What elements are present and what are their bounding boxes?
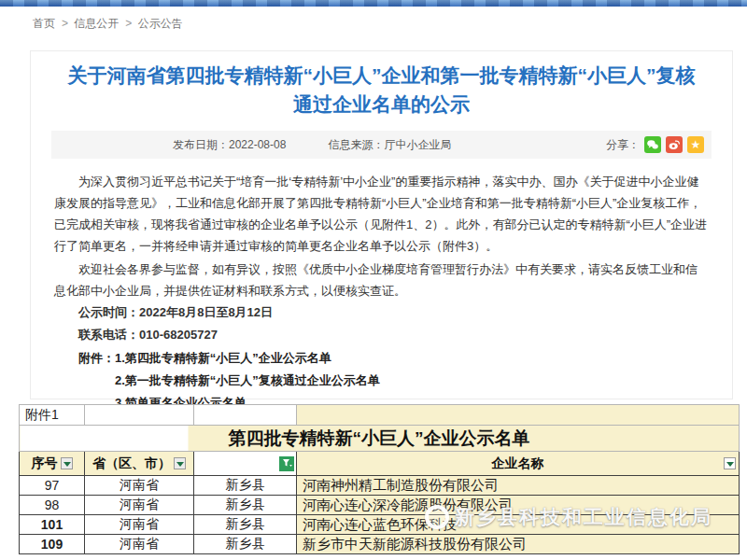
attachment-link-1[interactable]: 1.第四批专精特新“小巨人”企业公示名单	[115, 347, 380, 370]
active-filter-funnel-icon[interactable]	[279, 456, 294, 471]
cell-company: 河南心连心蓝色环保科技	[297, 515, 740, 535]
cell-company: 河南心连心深冷能源股份有限公司	[297, 496, 740, 515]
cell-city: 新乡县	[194, 515, 297, 535]
empty-cell	[85, 405, 194, 426]
cell-company: 河南神州精工制造股份有限公司	[297, 476, 740, 496]
share-label: 分享：	[606, 137, 640, 153]
breadcrumb-separator: >	[125, 17, 132, 30]
breadcrumb-current: 公示公告	[138, 17, 183, 30]
cell-city: 新乡县	[194, 535, 297, 554]
breadcrumb: 首页> 信息公开> 公示公告	[33, 16, 187, 32]
filter-dropdown-icon[interactable]	[61, 457, 73, 469]
filter-dropdown-icon[interactable]	[724, 457, 736, 469]
breadcrumb-separator: >	[62, 17, 68, 30]
header-province: 省（区、市）	[85, 452, 194, 476]
cell-province: 河南省	[85, 496, 194, 515]
attachment-row: 附件1	[20, 405, 740, 426]
cell-province: 河南省	[85, 515, 194, 535]
article-title: 关于河南省第四批专精特新“小巨人”企业和第一批专精特新“小巨人”复核通过企业名单…	[61, 61, 703, 119]
header-city	[194, 452, 297, 476]
table-row: 101 河南省 新乡县 河南心连心蓝色环保科技	[20, 515, 740, 535]
contact-phone-line: 联系电话：010-68205727	[54, 324, 709, 346]
table-row: 97 河南省 新乡县 河南神州精工制造股份有限公司	[20, 476, 740, 496]
wechat-share-icon[interactable]	[644, 136, 661, 153]
cell-province: 河南省	[85, 476, 194, 496]
filter-dropdown-icon[interactable]	[174, 457, 186, 469]
article-card: 关于河南省第四批专精特新“小巨人”企业和第一批专精特新“小巨人”复核通过企业名单…	[30, 50, 733, 399]
table-row: 98 河南省 新乡县 河南心连心深冷能源股份有限公司	[20, 496, 740, 515]
enterprise-table: 附件1 第四批专精特新“小巨人”企业公示名单 序号 省（区、市） 企业名称	[19, 404, 740, 554]
excel-sheet-image: 附件1 第四批专精特新“小巨人”企业公示名单 序号 省（区、市） 企业名称	[0, 404, 747, 560]
publish-date: 发布日期：2022-08-08	[173, 137, 286, 153]
info-source: 信息来源：厅中小企业局	[328, 137, 451, 153]
paragraph-1: 为深入贯彻习近平总书记关于“培育一批‘专精特新’中小企业”的重要指示精神，落实中…	[54, 171, 709, 257]
cell-province: 河南省	[85, 535, 194, 554]
table-title: 第四批专精特新“小巨人”企业公示名单	[20, 426, 740, 452]
table-row: 109 河南省 新乡县 新乡市中天新能源科技股份有限公司	[20, 535, 740, 554]
table-title-row: 第四批专精特新“小巨人”企业公示名单	[20, 426, 740, 452]
top-banner-pattern	[0, 0, 747, 7]
header-seq: 序号	[20, 452, 85, 476]
empty-cell	[297, 405, 740, 426]
cell-seq: 109	[20, 535, 85, 554]
attachment1-cell: 附件1	[20, 405, 85, 426]
page: 首页> 信息公开> 公示公告 关于河南省第四批专精特新“小巨人”企业和第一批专精…	[0, 0, 747, 560]
top-banner-strip	[0, 0, 747, 7]
cell-seq: 97	[20, 476, 85, 496]
share-bar: 分享： ★	[606, 136, 704, 153]
cell-seq: 101	[20, 515, 85, 535]
breadcrumb-home-link[interactable]: 首页	[33, 17, 55, 30]
attachment-link-2[interactable]: 2.第一批专精特新“小巨人”复核通过企业公示名单	[115, 370, 380, 392]
table-header-row: 序号 省（区、市） 企业名称	[20, 452, 740, 476]
breadcrumb-section-link[interactable]: 信息公开	[74, 17, 119, 30]
article-meta-bar: 发布日期：2022-08-08 信息来源：厅中小企业局 分享： ★	[51, 131, 712, 159]
cell-company: 新乡市中天新能源科技股份有限公司	[297, 535, 740, 554]
empty-cell	[194, 405, 297, 426]
paragraph-2: 欢迎社会各界参与监督，如有异议，按照《优质中小企业梯度培育管理暂行办法》中有关要…	[54, 259, 709, 301]
publish-window-line: 公示时间：2022年8月8日至8月12日	[54, 301, 709, 324]
cell-city: 新乡县	[194, 476, 297, 496]
weibo-share-icon[interactable]	[666, 136, 683, 153]
qzone-star-share-icon[interactable]: ★	[687, 136, 704, 153]
header-company: 企业名称	[297, 452, 740, 476]
cell-seq: 98	[20, 496, 85, 515]
cell-city: 新乡县	[194, 496, 297, 515]
